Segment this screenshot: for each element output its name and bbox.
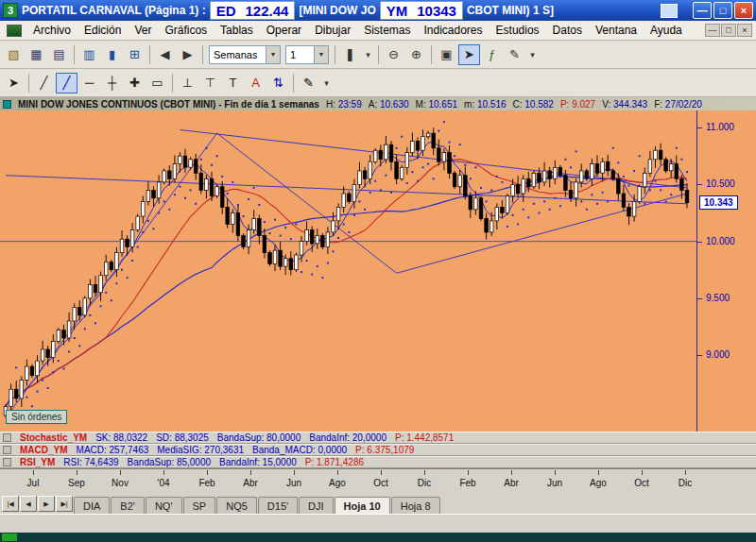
menu-items: ArchivoEdiciónVerGráficosTablasOperarDib… — [26, 22, 689, 39]
new-page-icon[interactable]: ▧ — [3, 44, 25, 65]
menu-archivo[interactable]: Archivo — [26, 22, 77, 39]
indicator-collapse-icon[interactable] — [3, 458, 11, 466]
indicator-collapse-icon[interactable] — [3, 433, 11, 442]
field-c: C: 10.582 — [513, 99, 554, 110]
pen-dropdown-icon[interactable]: ▾ — [320, 73, 333, 93]
tab-hoja-10[interactable]: Hoja 10 — [335, 497, 390, 514]
close-button[interactable]: × — [734, 2, 753, 19]
menu-datos[interactable]: Datos — [546, 22, 589, 39]
menu-ventana[interactable]: Ventana — [589, 22, 644, 39]
bar-chart-window-icon[interactable]: ▥ — [78, 44, 100, 65]
menu-sistemas[interactable]: Sistemas — [357, 22, 417, 39]
indicator-collapse-icon[interactable] — [3, 446, 11, 454]
pointer-tool-icon[interactable]: ➤ — [458, 44, 480, 65]
menu-edici-n[interactable]: Edición — [77, 22, 128, 39]
menu-estudios[interactable]: Estudios — [490, 22, 546, 39]
quote-mini-window-button[interactable] — [661, 4, 678, 18]
save-icon[interactable]: ▦ — [26, 44, 47, 65]
mdi-minimize-icon[interactable]: — — [705, 24, 720, 37]
field-v: V: 344.343 — [602, 99, 647, 110]
status-strip — [0, 514, 756, 533]
plus-marker-tool-icon[interactable]: ✚ — [124, 73, 146, 93]
price-tick-label: 10.000 — [706, 236, 735, 246]
quote-panel-ed[interactable]: ED 122.44 — [210, 1, 296, 20]
zoom-out-icon[interactable]: ⊖ — [383, 44, 404, 65]
chart-window-header[interactable]: MINI DOW JONES CONTINUOS (CBOT MINI) - F… — [0, 97, 756, 110]
price-tick-label: 9.000 — [706, 349, 730, 360]
indicator-name: MACD_YM — [20, 445, 68, 455]
quote-table-icon[interactable]: ⊞ — [124, 44, 146, 65]
zoom-in-icon[interactable]: ⊕ — [405, 44, 427, 65]
indicator-row-rsi-ym[interactable]: RSI_YMRSI: 74,6439BandaSup: 85,0000Banda… — [0, 456, 756, 468]
data-window-icon[interactable]: ▣ — [436, 44, 457, 65]
candle-chart-window-icon[interactable]: ▮ — [101, 44, 123, 65]
insert-indicator-icon[interactable]: ƒ — [481, 44, 503, 65]
candlestick-chart[interactable] — [0, 110, 696, 432]
scroll-chart-right-icon[interactable]: ▶ — [177, 44, 198, 65]
text-tool-icon[interactable]: T — [222, 73, 244, 93]
print-icon[interactable]: ▤ — [48, 44, 70, 65]
fibonacci-tool-icon[interactable]: ⊤ — [199, 73, 221, 93]
tab-nav-prev-icon[interactable]: ◀ — [20, 496, 37, 512]
menu-ver[interactable]: Ver — [128, 22, 158, 39]
time-tick-label: Oct — [626, 478, 658, 488]
title-bar[interactable]: 3 PORTATIL CARNAVAL (Página 1) : ED 122.… — [0, 0, 756, 21]
tab-hoja-8[interactable]: Hoja 8 — [391, 497, 440, 514]
chart-type-icon[interactable]: ❚ — [339, 44, 361, 65]
quote-panel-ym[interactable]: YM 10343 — [380, 1, 463, 20]
menu-tablas[interactable]: Tablas — [214, 22, 260, 39]
tab-nav-next-icon[interactable]: ▶ — [38, 496, 55, 512]
price-axis[interactable]: 10.343 11.00010.50010.0009.5009.000 — [696, 110, 756, 432]
note-tool-icon[interactable]: ▭ — [146, 73, 168, 93]
crosshair-tool-icon[interactable]: ┼ — [101, 73, 123, 93]
tab-nq5[interactable]: NQ5 — [216, 497, 257, 514]
tab-dia[interactable]: DIA — [74, 497, 110, 514]
mdi-restore-icon[interactable]: □ — [721, 24, 736, 37]
indicator-value: BandaInf: 20,0000 — [309, 432, 387, 443]
price-tick-label: 10.500 — [706, 178, 735, 189]
toolbar-separator — [202, 45, 203, 64]
period-select-arrow-icon[interactable]: ▼ — [266, 46, 280, 63]
vertical-line-tool-icon[interactable]: ⊥ — [177, 73, 198, 93]
compression-select[interactable]: 1▼ — [285, 45, 329, 64]
trendline-tool-icon[interactable]: ╱ — [56, 73, 77, 93]
tab-d15[interactable]: D15' — [258, 497, 298, 514]
select-cursor-icon[interactable]: ➤ — [3, 73, 25, 93]
restore-button[interactable]: □ — [713, 2, 732, 19]
menu-bar: ArchivoEdiciónVerGráficosTablasOperarDib… — [0, 21, 756, 41]
tab-nav-last-icon[interactable]: ▶| — [56, 496, 73, 512]
scroll-chart-left-icon[interactable]: ◀ — [154, 44, 176, 65]
time-tick-label: Abr — [495, 478, 527, 488]
label-tool-icon[interactable]: A — [245, 73, 266, 93]
pen-color-icon[interactable]: ✎ — [298, 73, 319, 93]
segment-tool-icon[interactable]: ╱ — [33, 73, 55, 93]
quote-ed-symbol: ED — [216, 3, 236, 19]
indicator-row-stochastic-ym[interactable]: Stochastic_YMSK: 88,0322SD: 88,3025Banda… — [0, 432, 756, 444]
price-tick-label: 11.000 — [706, 122, 734, 132]
menu-ayuda[interactable]: Ayuda — [644, 22, 689, 39]
indicator-row-macd-ym[interactable]: MACD_YMMACD: 257,7463MediaSIG: 270,3631B… — [0, 444, 756, 456]
tab-sp[interactable]: SP — [183, 497, 216, 514]
mdi-close-icon[interactable]: × — [737, 24, 752, 37]
quote-fields: H: 23:59A: 10.630M: 10.651m: 10.516C: 10… — [326, 99, 702, 110]
chart-type-dropdown-icon[interactable]: ▾ — [362, 44, 374, 65]
price-tick — [697, 298, 702, 299]
compression-select-arrow-icon[interactable]: ▼ — [314, 46, 328, 63]
menu-operar[interactable]: Operar — [260, 22, 308, 39]
tab-nq[interactable]: NQ' — [146, 497, 182, 514]
arrow-marker-tool-icon[interactable]: ⇅ — [267, 73, 289, 93]
horizontal-line-tool-icon[interactable]: ─ — [78, 73, 100, 93]
menu-dibujar[interactable]: Dibujar — [308, 22, 357, 39]
draw-pen-icon[interactable]: ✎ — [504, 44, 525, 65]
menu-indicadores[interactable]: Indicadores — [418, 22, 490, 39]
period-select[interactable]: Semanas▼ — [209, 45, 281, 64]
tab-nav-first-icon[interactable]: |◀ — [2, 496, 19, 512]
tab-dji[interactable]: DJI — [299, 497, 334, 514]
time-tick-label: Oct — [365, 478, 397, 488]
draw-pen-dropdown-icon[interactable]: ▾ — [526, 44, 539, 65]
menu-gr-ficos[interactable]: Gráficos — [158, 22, 214, 39]
tab-b2[interactable]: B2' — [111, 497, 145, 514]
minimize-button[interactable]: — — [693, 2, 712, 19]
indicator-value: BandaSup: 80,0000 — [217, 432, 301, 443]
chart-area[interactable]: 10.343 11.00010.50010.0009.5009.000 Sin … — [0, 110, 756, 432]
